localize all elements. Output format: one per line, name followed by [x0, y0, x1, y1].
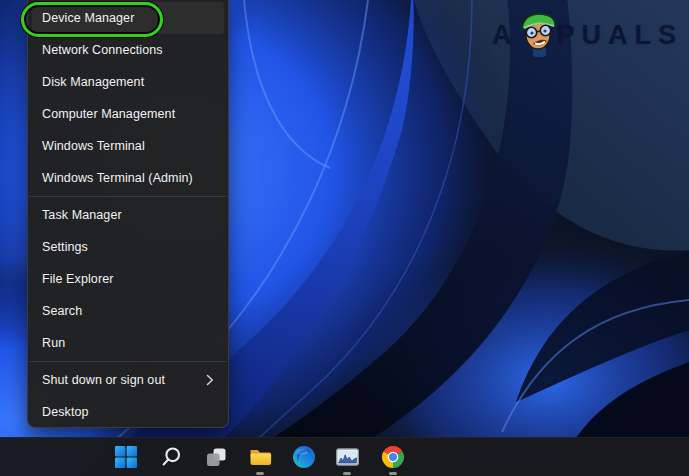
menu-separator — [29, 196, 227, 197]
winx-quick-link-menu: Device Manager Network Connections Disk … — [27, 0, 229, 428]
menu-item-label: Run — [42, 327, 228, 359]
chevron-right-icon — [206, 374, 214, 386]
running-indicator — [256, 472, 264, 475]
task-manager-button[interactable] — [327, 438, 367, 476]
folder-icon — [248, 445, 273, 469]
menu-item-shut-down-or-sign-out[interactable]: Shut down or sign out — [28, 364, 228, 396]
running-indicator — [389, 472, 397, 475]
search-icon — [159, 445, 183, 469]
edge-button[interactable] — [284, 438, 324, 476]
menu-item-network-connections[interactable]: Network Connections — [28, 34, 228, 66]
task-view-icon — [204, 445, 228, 469]
watermark-text-end: PUALS — [556, 20, 683, 51]
taskbar — [0, 437, 689, 476]
menu-item-label: Network Connections — [42, 34, 228, 66]
file-explorer-button[interactable] — [240, 438, 280, 476]
chrome-icon — [381, 445, 405, 469]
menu-item-label: Shut down or sign out — [42, 364, 206, 396]
search-button[interactable] — [151, 438, 191, 476]
menu-item-windows-terminal-admin[interactable]: Windows Terminal (Admin) — [28, 162, 228, 194]
menu-separator — [29, 361, 227, 362]
appuals-watermark: A PUALS — [492, 10, 683, 60]
menu-item-label: Disk Management — [42, 66, 228, 98]
menu-item-device-manager[interactable]: Device Manager — [32, 2, 224, 34]
appuals-mascot-icon — [516, 8, 560, 58]
watermark-text-start: A — [492, 20, 519, 51]
start-button[interactable] — [106, 438, 146, 476]
menu-item-file-explorer[interactable]: File Explorer — [28, 263, 228, 295]
running-indicator — [343, 472, 351, 475]
task-manager-icon — [335, 445, 360, 469]
menu-item-label: Device Manager — [42, 2, 224, 34]
menu-item-label: File Explorer — [42, 263, 228, 295]
menu-item-task-manager[interactable]: Task Manager — [28, 199, 228, 231]
menu-item-windows-terminal[interactable]: Windows Terminal — [28, 130, 228, 162]
menu-item-desktop[interactable]: Desktop — [28, 396, 228, 428]
chrome-button[interactable] — [373, 438, 413, 476]
menu-item-label: Windows Terminal (Admin) — [42, 162, 228, 194]
menu-item-label: Settings — [42, 231, 228, 263]
menu-item-label: Windows Terminal — [42, 130, 228, 162]
menu-item-settings[interactable]: Settings — [28, 231, 228, 263]
task-view-button[interactable] — [196, 438, 236, 476]
menu-item-run[interactable]: Run — [28, 327, 228, 359]
menu-item-label: Desktop — [42, 396, 228, 428]
menu-item-label: Task Manager — [42, 199, 228, 231]
menu-item-label: Computer Management — [42, 98, 228, 130]
menu-item-computer-management[interactable]: Computer Management — [28, 98, 228, 130]
menu-item-label: Search — [42, 295, 228, 327]
windows-logo-icon — [114, 445, 138, 469]
menu-item-search[interactable]: Search — [28, 295, 228, 327]
desktop: A PUALS Device Manager Network Connectio… — [0, 0, 689, 476]
edge-icon — [292, 445, 316, 469]
menu-item-disk-management[interactable]: Disk Management — [28, 66, 228, 98]
